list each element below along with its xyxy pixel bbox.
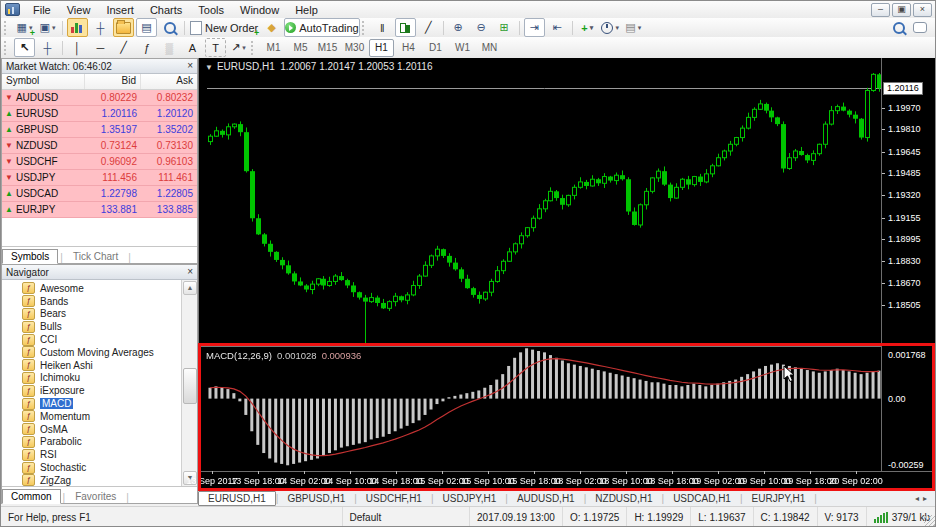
text-label-tool-button[interactable]: T <box>205 38 226 57</box>
chart-tab-usdcad-h1[interactable]: USDCAD,H1 <box>664 492 740 505</box>
search-icon[interactable] <box>893 22 905 34</box>
market-watch-row-usdjpy[interactable]: ▼USDJPY111.456111.461 <box>2 170 197 186</box>
tab-favorites[interactable]: Favorites <box>67 490 124 503</box>
chart-tabs-arrows[interactable]: ◂▸ <box>915 494 931 503</box>
market-watch-row-eurjpy[interactable]: ▲EURJPY133.881133.885 <box>2 202 197 218</box>
bar-chart-type-button[interactable]: ‖ <box>372 18 393 37</box>
close-icon[interactable]: × <box>187 61 193 71</box>
navigator-item-rsi[interactable]: ƒRSI <box>2 448 182 461</box>
time-axis[interactable]: 13 Sep 201713 Sep 18:0014 Sep 02:0014 Se… <box>199 471 936 490</box>
market-watch-row-eurusd[interactable]: ▲EURUSD1.201161.20120 <box>2 106 197 122</box>
navigator-item-bears[interactable]: ƒBears <box>2 308 182 321</box>
navigator-scrollbar[interactable]: ▲ ▼ <box>181 280 197 486</box>
navigator-item-bands[interactable]: ƒBands <box>2 295 182 308</box>
autotrading-button[interactable]: AutoTrading <box>284 18 360 37</box>
market-watch-row-gbpusd[interactable]: ▲GBPUSD1.351971.35202 <box>2 122 197 138</box>
chart-shift-button[interactable]: ⇤ <box>547 18 568 37</box>
chart-tab-nzdusd-h1[interactable]: NZDUSD,H1 <box>586 492 661 505</box>
chart-tab-eurusd-h1[interactable]: EURUSD,H1 <box>198 491 276 506</box>
zoom-out-button[interactable]: ⊖ <box>471 18 492 37</box>
tab-tick-chart[interactable]: Tick Chart <box>65 250 126 263</box>
toolbar-grip[interactable] <box>362 21 368 35</box>
menu-item-file[interactable]: File <box>25 2 59 18</box>
market-watch-row-nzdusd[interactable]: ▼NZDUSD0.731240.73130 <box>2 138 197 154</box>
new-order-button[interactable]: +New Order <box>189 18 259 37</box>
templates-button[interactable]: ▤▾ <box>623 18 644 37</box>
new-chart-button[interactable]: ▦+▾ <box>14 18 35 37</box>
strategy-tester-button[interactable] <box>159 18 180 37</box>
menu-item-tools[interactable]: Tools <box>190 2 232 18</box>
vertical-line-tool-button[interactable]: │ <box>67 38 88 57</box>
navigator-item-macd[interactable]: ƒMACD <box>2 397 182 410</box>
data-window-button[interactable]: ┼ <box>90 18 111 37</box>
timeframe-mn[interactable]: MN <box>477 39 502 57</box>
timeframe-d1[interactable]: D1 <box>423 39 448 57</box>
chart-tab-usdjpy-h1[interactable]: USDJPY,H1 <box>434 492 506 505</box>
timeframe-h4[interactable]: H4 <box>396 39 421 57</box>
resize-grip[interactable] <box>924 515 936 527</box>
navigator-item-heiken-ashi[interactable]: ƒHeiken Ashi <box>2 359 182 372</box>
indicators-button[interactable]: +▾ <box>577 18 598 37</box>
arrows-tool-button[interactable]: ↗▾ <box>228 38 249 57</box>
chart-tab-eurjpy-h1[interactable]: EURJPY,H1 <box>743 492 815 505</box>
menu-item-insert[interactable]: Insert <box>98 2 142 18</box>
profiles-button[interactable]: ▣▾ <box>37 18 58 37</box>
column-symbol[interactable]: Symbol <box>2 74 85 89</box>
horizontal-line-tool-button[interactable]: ─ <box>90 38 111 57</box>
restore-icon[interactable]: ▣ <box>892 3 911 17</box>
metaeditor-button[interactable]: ◆ <box>261 18 282 37</box>
toolbar-grip[interactable] <box>4 41 10 55</box>
timeframe-m30[interactable]: M30 <box>342 39 367 57</box>
cycle-lines-tool-button[interactable]: ▒ <box>159 38 180 57</box>
navigator-toggle-button[interactable] <box>113 18 134 37</box>
timeframe-m5[interactable]: M5 <box>288 39 313 57</box>
chat-icon[interactable] <box>913 22 927 33</box>
market-watch-row-usdcad[interactable]: ▲USDCAD1.227981.22805 <box>2 186 197 202</box>
column-bid[interactable]: Bid <box>85 74 141 89</box>
crosshair-tool-button[interactable]: ┼ <box>37 38 58 57</box>
close-icon[interactable]: × <box>187 267 193 277</box>
terminal-button[interactable]: ▤ <box>136 18 157 37</box>
navigator-item-ichimoku[interactable]: ƒIchimoku <box>2 372 182 385</box>
navigator-item-iexposure[interactable]: ƒiExposure <box>2 384 182 397</box>
trendline-tool-button[interactable]: ╱ <box>113 38 134 57</box>
timeframe-h1[interactable]: H1 <box>369 39 394 57</box>
scroll-up-icon[interactable]: ▲ <box>183 281 197 295</box>
navigator-titlebar[interactable]: Navigator × <box>2 265 197 280</box>
status-profile[interactable]: Default <box>342 507 470 527</box>
navigator-item-awesome[interactable]: ƒAwesome <box>2 282 182 295</box>
market-watch-row-usdchf[interactable]: ▼USDCHF0.960920.96103 <box>2 154 197 170</box>
toolbar-grip[interactable] <box>4 21 10 35</box>
pane-divider[interactable] <box>199 345 936 347</box>
macd-canvas[interactable] <box>207 348 882 471</box>
navigator-item-parabolic[interactable]: ƒParabolic <box>2 436 182 449</box>
menu-item-window[interactable]: Window <box>232 2 287 18</box>
candlestick-type-button[interactable] <box>395 18 416 37</box>
text-tool-button[interactable]: A <box>182 38 203 57</box>
tab-symbols[interactable]: Symbols <box>2 249 58 264</box>
navigator-item-bulls[interactable]: ƒBulls <box>2 320 182 333</box>
auto-scroll-button[interactable]: ⇥ <box>524 18 545 37</box>
timeframe-w1[interactable]: W1 <box>450 39 475 57</box>
navigator-item-cci[interactable]: ƒCCI <box>2 333 182 346</box>
tile-windows-button[interactable]: ⊞ <box>494 18 515 37</box>
menu-item-view[interactable]: View <box>59 2 99 18</box>
chart-tab-usdchf-h1[interactable]: USDCHF,H1 <box>357 492 431 505</box>
tab-common[interactable]: Common <box>2 489 61 504</box>
menu-item-charts[interactable]: Charts <box>142 2 190 18</box>
menu-item-help[interactable]: Help <box>287 2 326 18</box>
navigator-item-osma[interactable]: ƒOsMA <box>2 423 182 436</box>
timeframe-m1[interactable]: M1 <box>261 39 286 57</box>
market-watch-titlebar[interactable]: Market Watch: 06:46:02 × <box>2 59 197 74</box>
navigator-item-custom-moving-averages[interactable]: ƒCustom Moving Averages <box>2 346 182 359</box>
periods-button[interactable]: ▾ <box>600 18 621 37</box>
line-chart-type-button[interactable]: ╱ <box>418 18 439 37</box>
chart-tab-audusd-h1[interactable]: AUDUSD,H1 <box>508 492 584 505</box>
market-watch-toggle-button[interactable] <box>67 18 88 37</box>
market-watch-row-audusd[interactable]: ▼AUDUSD0.802290.80232 <box>2 90 197 106</box>
price-axis[interactable]: 1.199701.198101.196451.194851.193201.191… <box>881 58 936 471</box>
close-icon[interactable]: × <box>913 3 932 17</box>
scroll-right-icon[interactable]: ▸ <box>923 494 931 503</box>
zoom-in-button[interactable]: ⊕ <box>448 18 469 37</box>
navigator-item-zigzag[interactable]: ƒZigZag <box>2 474 182 486</box>
